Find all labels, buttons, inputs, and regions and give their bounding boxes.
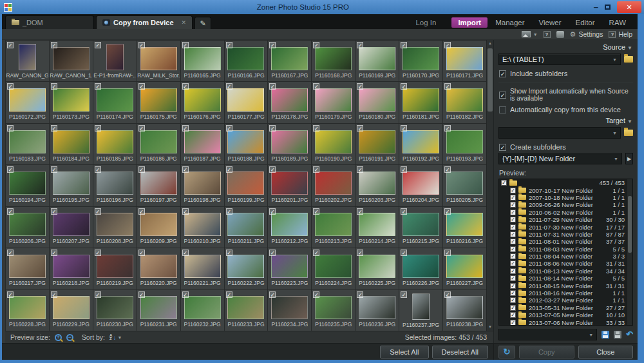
thumbnail-checkbox[interactable]: ✓: [357, 125, 363, 132]
thumbnail-cell[interactable]: ✓ P1160217.JPG: [6, 248, 49, 289]
thumbnail-checkbox[interactable]: ✓: [444, 125, 451, 132]
thumbnail-cell[interactable]: ✓ P1160197.JPG: [137, 165, 180, 206]
thumbnail-cell[interactable]: ✓ P1160178.JPG: [268, 82, 311, 123]
tree-checkbox[interactable]: ✓: [510, 224, 516, 230]
thumbnail-checkbox[interactable]: ✓: [401, 250, 407, 256]
thumbnail-cell[interactable]: ✓ P1160202.JPG: [312, 165, 355, 206]
select-all-button[interactable]: Select All: [380, 346, 428, 358]
deselect-all-button[interactable]: Deselect All: [432, 346, 488, 358]
target-select[interactable]: ▼: [498, 127, 621, 139]
thumbnail-checkbox[interactable]: ✓: [51, 125, 57, 132]
nav-editor[interactable]: Editor: [569, 17, 601, 28]
thumbnail-cell[interactable]: ✓ P1160222.JPG: [225, 248, 268, 289]
thumbnail-cell[interactable]: ✓ P1160172.JPG: [6, 82, 49, 123]
thumbnail-cell[interactable]: ✓ P1160225.JPG: [355, 248, 399, 289]
browse-source-folder-icon[interactable]: [624, 56, 633, 63]
thumbnail-cell[interactable]: ✓ P1160220.JPG: [137, 248, 180, 289]
thumbnail-cell[interactable]: ✓ P1160188.JPG: [225, 124, 268, 164]
tree-checkbox[interactable]: ✓: [510, 246, 516, 252]
tree-row[interactable]: ✓ 2011-07-29 New Folder 30 / 30: [499, 216, 632, 223]
thumbnail-cell[interactable]: ✓ P1160177.JPG: [225, 82, 268, 123]
tree-checkbox[interactable]: ✓: [510, 239, 516, 244]
thumbnail-checkbox[interactable]: ✓: [7, 83, 14, 90]
tree-checkbox[interactable]: ✓: [510, 188, 516, 193]
thumbnail-checkbox[interactable]: ✓: [95, 250, 101, 256]
thumbnail-checkbox[interactable]: ✓: [138, 42, 145, 48]
thumbnail-cell[interactable]: ✓ P1160195.JPG: [50, 165, 93, 206]
thumbnail-checkbox[interactable]: ✓: [444, 250, 451, 256]
thumbnail-cell[interactable]: ✓ P1160227.JPG: [443, 248, 486, 289]
thumbnail-checkbox[interactable]: ✓: [7, 208, 14, 215]
tree-row[interactable]: ✓ 2012-03-27 New Folder 1 / 1: [499, 297, 632, 304]
source-select[interactable]: E:\ (TABLET)▼: [498, 54, 621, 65]
thumbnail-cell[interactable]: ✓ P1160213.JPG: [312, 207, 355, 248]
nav-log-in[interactable]: Log In: [409, 17, 442, 28]
thumbnail-checkbox[interactable]: ✓: [401, 291, 407, 298]
thumbnail-checkbox[interactable]: ✓: [95, 291, 101, 298]
thumbnail-checkbox[interactable]: ✓: [95, 125, 101, 132]
nav-import[interactable]: Import: [451, 17, 488, 28]
refresh-button[interactable]: ↻: [498, 346, 515, 358]
thumbnail-checkbox[interactable]: ✓: [357, 42, 363, 48]
thumbnail-cell[interactable]: ✓ P1160205.JPG: [443, 165, 486, 206]
thumbnail-cell[interactable]: ✓ P1160232.JPG: [181, 290, 224, 331]
thumbnail-checkbox[interactable]: ✓: [269, 291, 276, 298]
thumbnail-cell[interactable]: ✓ P1160182.JPG: [443, 82, 486, 123]
thumbnail-checkbox[interactable]: ✓: [313, 83, 319, 90]
scroll-down-icon[interactable]: ▼: [487, 324, 493, 331]
info-icon[interactable]: ?: [544, 31, 551, 38]
tree-checkbox[interactable]: ✓: [510, 283, 516, 289]
thumbnail-checkbox[interactable]: ✓: [444, 208, 451, 215]
thumbnail-checkbox[interactable]: ✓: [7, 166, 14, 173]
tree-row[interactable]: ✓ 2011-08-03 New Folder 5 / 5: [499, 246, 632, 253]
thumbnail-cell[interactable]: ✓ P1160228.JPG: [6, 290, 49, 331]
thumbnail-checkbox[interactable]: ✓: [138, 166, 145, 173]
tree-row[interactable]: ✓ 2011-08-04 New Folder 3 / 3: [499, 253, 632, 260]
thumbnail-checkbox[interactable]: ✓: [95, 83, 101, 90]
target-section-header[interactable]: Target ▼: [498, 115, 633, 127]
sort-caret-icon[interactable]: ▼: [117, 335, 122, 340]
thumbnail-checkbox[interactable]: ✓: [7, 250, 14, 256]
tree-row[interactable]: ✓ 2013-05-31 New Folder 27 / 27: [499, 304, 632, 311]
thumbnail-cell[interactable]: ✓ P1160174.JPG: [93, 82, 137, 123]
thumbnail-checkbox[interactable]: ✓: [226, 208, 232, 215]
thumbnail-checkbox[interactable]: ✓: [313, 208, 319, 215]
settings-button[interactable]: ⚙ Settings: [570, 30, 603, 38]
thumbnail-cell[interactable]: ✓ P1160231.JPG: [137, 290, 180, 331]
thumbnail-checkbox[interactable]: ✓: [182, 250, 189, 256]
thumbnail-checkbox[interactable]: ✓: [226, 250, 232, 256]
thumbnail-checkbox[interactable]: ✓: [444, 42, 451, 48]
nav-raw[interactable]: RAW: [603, 17, 632, 28]
close-window-button[interactable]: ✕: [617, 1, 641, 13]
thumbnail-cell[interactable]: ✓ P1160187.JPG: [181, 124, 224, 164]
thumbnail-cell[interactable]: ✓ P1160204.JPG: [399, 165, 442, 206]
thumbnail-checkbox[interactable]: ✓: [51, 42, 57, 48]
thumbnail-checkbox[interactable]: ✓: [313, 291, 319, 298]
thumbnail-checkbox[interactable]: ✓: [7, 291, 14, 298]
help-button[interactable]: ? Help: [609, 30, 632, 38]
tree-checkbox[interactable]: ✓: [510, 253, 516, 259]
tree-row[interactable]: ✓ 2011-08-06 New Folder 31 / 31: [499, 260, 632, 267]
auto-copy-checkbox[interactable]: ✓ Automatically copy from this device: [498, 104, 633, 115]
tree-row[interactable]: ✓ 2007-10-17 New Folder 1 / 1: [499, 186, 632, 193]
tree-row[interactable]: ✓ 2013-07-06 New Folder 33 / 33: [499, 319, 632, 326]
tree-checkbox[interactable]: ✓: [510, 268, 516, 274]
thumbnail-cell[interactable]: ✓ P1160226.JPG: [399, 248, 442, 289]
thumbnail-cell[interactable]: ✓ P1160233.JPG: [225, 290, 268, 331]
tree-root-row[interactable]: ✓ 453 / 453: [499, 179, 632, 186]
thumbnail-checkbox[interactable]: ✓: [182, 125, 189, 132]
tree-checkbox[interactable]: ✓: [501, 180, 507, 186]
thumbnail-checkbox[interactable]: ✓: [444, 83, 451, 90]
undo-icon[interactable]: ↶: [626, 331, 633, 338]
browse-target-folder-icon[interactable]: [624, 130, 633, 136]
thumbnail-checkbox[interactable]: ✓: [357, 83, 363, 90]
thumbnail-checkbox[interactable]: ✓: [401, 166, 407, 173]
device-icon[interactable]: [556, 31, 564, 38]
thumbnail-checkbox[interactable]: ✓: [444, 166, 451, 173]
thumbnail-cell[interactable]: ✓ P1160219.JPG: [93, 248, 137, 289]
thumbnail-cell[interactable]: ✓ RAW_CANON_1...: [50, 41, 93, 81]
thumbnail-cell[interactable]: ✓ P1160189.JPG: [268, 124, 311, 164]
show-import-checkbox[interactable]: ✓ Show Import automatically when Source …: [498, 86, 633, 104]
new-tab-button[interactable]: ✎: [194, 17, 211, 29]
thumbnail-checkbox[interactable]: ✓: [313, 125, 319, 132]
